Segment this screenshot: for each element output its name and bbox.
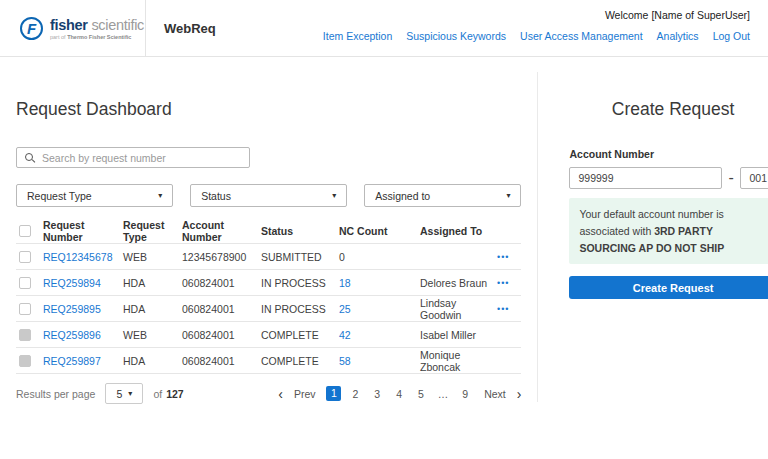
page-title: Request Dashboard: [16, 99, 521, 120]
request-type-filter[interactable]: Request Type ▾: [16, 184, 173, 207]
app-title: WebReq: [164, 21, 216, 36]
search-icon: [25, 153, 35, 163]
request-type-filter-label: Request Type: [27, 190, 92, 202]
page-button-4[interactable]: 4: [391, 386, 407, 402]
assigned-to-cell: Isabel Miller: [420, 329, 497, 341]
fisher-monogram-icon: F: [20, 17, 43, 40]
status-cell: COMPLETE: [261, 329, 339, 341]
assigned-to-filter[interactable]: Assigned to ▾: [364, 184, 521, 207]
nav-item-exception[interactable]: Item Exception: [323, 30, 392, 42]
row-checkbox[interactable]: [19, 277, 31, 289]
assigned-to-cell: Delores Braun: [420, 277, 497, 289]
page-button-3[interactable]: 3: [369, 386, 385, 402]
page-button-9[interactable]: 9: [457, 386, 473, 402]
row-checkbox-disabled: [19, 329, 31, 341]
col-request-number: Request Number: [43, 219, 123, 243]
row-checkbox-disabled: [19, 355, 31, 367]
account-number-cell: 060824001: [182, 355, 261, 367]
page-size-select[interactable]: 5 ▾: [105, 383, 143, 404]
brand-suffix: scientific: [91, 17, 144, 33]
account-number-cell: 060824001: [182, 329, 261, 341]
account-separator: -: [728, 169, 733, 187]
account-number-cell: 060824001: [182, 277, 261, 289]
app-header: F fisher scientific part of Thermo Fishe…: [0, 0, 768, 57]
caret-down-icon: ▾: [158, 191, 162, 200]
page-button-2[interactable]: 2: [347, 386, 363, 402]
chevron-right-icon[interactable]: ›: [517, 387, 522, 401]
assigned-to-filter-label: Assigned to: [375, 190, 430, 202]
request-number-link[interactable]: REQ259896: [43, 329, 123, 341]
status-cell: COMPLETE: [261, 355, 339, 367]
table-row: REQ259894 HDA 060824001 IN PROCESS 18 De…: [16, 270, 521, 296]
account-number-field[interactable]: [569, 167, 722, 189]
filter-bar: Request Type ▾ Status ▾ Assigned to ▾: [16, 184, 521, 207]
nc-count-cell: 0: [339, 251, 420, 263]
request-type-cell: HDA: [123, 303, 182, 315]
request-number-link[interactable]: REQ259894: [43, 277, 123, 289]
logo-text: fisher scientific part of Thermo Fisher …: [50, 17, 144, 40]
nc-count-link[interactable]: 18: [339, 277, 420, 289]
table-row: REQ259896 WEB 060824001 COMPLETE 42 Isab…: [16, 322, 521, 348]
assigned-to-cell: Monique Zboncak: [420, 349, 497, 373]
table-row: REQ259895 HDA 060824001 IN PROCESS 25 Li…: [16, 296, 521, 322]
request-number-link[interactable]: REQ259897: [43, 355, 123, 367]
request-number-link[interactable]: REQ259895: [43, 303, 123, 315]
nav-suspicious-keywords[interactable]: Suspicious Keywords: [406, 30, 506, 42]
request-dashboard-section: Request Dashboard Request Type ▾ Status …: [0, 57, 537, 404]
search-box[interactable]: [16, 147, 250, 168]
nav-user-access-management[interactable]: User Access Management: [520, 30, 643, 42]
page-size-value: 5: [116, 388, 122, 400]
assigned-to-cell: Lindsay Goodwin: [420, 297, 497, 321]
table-header-row: Request Number Request Type Account Numb…: [16, 219, 521, 244]
page-button-1[interactable]: 1: [326, 386, 341, 401]
pagination-bar: Results per page 5 ▾ of 127 ‹ Prev 1 2 3…: [16, 383, 521, 404]
col-account-number: Account Number: [182, 219, 261, 243]
request-number-link[interactable]: REQ12345678: [43, 251, 123, 263]
status-filter[interactable]: Status ▾: [190, 184, 347, 207]
account-number-cell: 12345678900: [182, 251, 261, 263]
prev-button[interactable]: Prev: [289, 386, 321, 402]
nav-analytics[interactable]: Analytics: [657, 30, 699, 42]
account-number-cell: 060824001: [182, 303, 261, 315]
chevron-left-icon[interactable]: ‹: [278, 387, 283, 401]
create-request-button[interactable]: Create Request: [569, 276, 768, 299]
welcome-text: Welcome [Name of SuperUser]: [605, 9, 750, 21]
nc-count-link[interactable]: 25: [339, 303, 420, 315]
pager: ‹ Prev 1 2 3 4 5 … 9 Next ›: [278, 386, 521, 402]
account-suffix-field[interactable]: [740, 167, 768, 189]
create-request-section: Create Request Account Number - Your def…: [538, 57, 768, 404]
status-filter-label: Status: [201, 190, 231, 202]
nc-count-link[interactable]: 58: [339, 355, 420, 367]
row-checkbox[interactable]: [19, 303, 31, 315]
nc-count-link[interactable]: 42: [339, 329, 420, 341]
select-all-checkbox[interactable]: [19, 225, 31, 237]
row-checkbox[interactable]: [19, 251, 31, 263]
col-status: Status: [261, 225, 339, 237]
account-number-label: Account Number: [569, 148, 768, 160]
col-request-type: Request Type: [123, 219, 182, 243]
row-actions-menu-icon[interactable]: •••: [497, 252, 521, 262]
caret-down-icon: ▾: [128, 389, 132, 398]
request-type-cell: WEB: [123, 329, 182, 341]
brand-tagline: part of Thermo Fisher Scientific: [50, 34, 144, 40]
total-results: 127: [166, 388, 184, 400]
row-actions-menu-icon[interactable]: •••: [497, 278, 521, 288]
of-label: of: [153, 388, 162, 400]
status-cell: IN PROCESS: [261, 303, 339, 315]
nav-log-out[interactable]: Log Out: [713, 30, 750, 42]
status-cell: IN PROCESS: [261, 277, 339, 289]
status-cell: SUBMITTED: [261, 251, 339, 263]
row-actions-menu-icon[interactable]: •••: [497, 304, 521, 314]
fisher-scientific-logo: F fisher scientific part of Thermo Fishe…: [0, 17, 145, 40]
request-type-cell: WEB: [123, 251, 182, 263]
results-per-page-label: Results per page: [16, 388, 95, 400]
create-request-title: Create Request: [569, 99, 768, 120]
search-input[interactable]: [42, 152, 241, 164]
col-assigned-to: Assigned To: [420, 225, 497, 237]
request-type-cell: HDA: [123, 355, 182, 367]
caret-down-icon: ▾: [332, 191, 336, 200]
next-button[interactable]: Next: [479, 386, 511, 402]
pages-ellipsis: …: [435, 386, 452, 402]
page-button-5[interactable]: 5: [413, 386, 429, 402]
requests-table: Request Number Request Type Account Numb…: [16, 219, 521, 374]
